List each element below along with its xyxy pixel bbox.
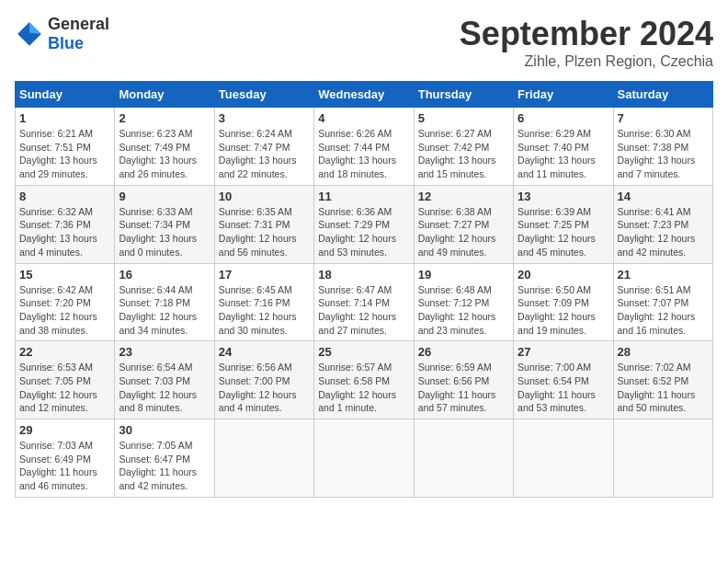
table-cell: 16Sunrise: 6:44 AM Sunset: 7:18 PM Dayli… <box>115 263 214 341</box>
logo-blue: Blue <box>48 34 84 52</box>
day-info: Sunrise: 6:27 AM Sunset: 7:42 PM Dayligh… <box>418 127 509 181</box>
day-number: 23 <box>119 345 210 359</box>
day-number: 25 <box>318 345 409 359</box>
day-info: Sunrise: 6:23 AM Sunset: 7:49 PM Dayligh… <box>119 127 210 181</box>
day-number: 30 <box>119 423 210 437</box>
month-title: September 2024 <box>460 15 713 53</box>
table-cell: 30Sunrise: 7:05 AM Sunset: 6:47 PM Dayli… <box>115 419 214 498</box>
header: General Blue September 2024 Zihle, Plzen… <box>15 15 713 70</box>
table-cell <box>214 419 313 498</box>
day-info: Sunrise: 6:44 AM Sunset: 7:18 PM Dayligh… <box>119 283 210 338</box>
col-sunday: Sunday <box>16 82 115 108</box>
day-number: 19 <box>418 268 509 282</box>
day-info: Sunrise: 6:57 AM Sunset: 6:58 PM Dayligh… <box>318 361 409 415</box>
col-friday: Friday <box>514 82 613 108</box>
day-number: 1 <box>19 111 110 125</box>
day-info: Sunrise: 6:38 AM Sunset: 7:27 PM Dayligh… <box>418 205 509 259</box>
table-cell: 18Sunrise: 6:47 AM Sunset: 7:14 PM Dayli… <box>314 263 414 341</box>
table-cell: 20Sunrise: 6:50 AM Sunset: 7:09 PM Dayli… <box>514 263 613 341</box>
day-number: 17 <box>219 268 310 282</box>
col-wednesday: Wednesday <box>314 82 414 108</box>
day-number: 15 <box>19 268 110 282</box>
table-cell <box>613 419 712 498</box>
day-info: Sunrise: 6:21 AM Sunset: 7:51 PM Dayligh… <box>19 127 110 181</box>
table-cell: 15Sunrise: 6:42 AM Sunset: 7:20 PM Dayli… <box>16 263 115 341</box>
day-info: Sunrise: 6:51 AM Sunset: 7:07 PM Dayligh… <box>618 283 709 338</box>
table-cell: 1Sunrise: 6:21 AM Sunset: 7:51 PM Daylig… <box>16 108 115 186</box>
day-info: Sunrise: 6:35 AM Sunset: 7:31 PM Dayligh… <box>219 205 310 259</box>
day-number: 12 <box>418 190 509 203</box>
logo-general: General <box>48 15 109 33</box>
table-cell: 21Sunrise: 6:51 AM Sunset: 7:07 PM Dayli… <box>613 263 712 341</box>
calendar-header: Sunday Monday Tuesday Wednesday Thursday… <box>16 82 713 108</box>
day-info: Sunrise: 6:32 AM Sunset: 7:36 PM Dayligh… <box>19 205 110 259</box>
day-info: Sunrise: 7:03 AM Sunset: 6:49 PM Dayligh… <box>19 439 110 493</box>
day-info: Sunrise: 6:59 AM Sunset: 6:56 PM Dayligh… <box>418 361 509 415</box>
day-number: 29 <box>19 423 110 437</box>
day-number: 22 <box>19 345 110 359</box>
day-info: Sunrise: 6:53 AM Sunset: 7:05 PM Dayligh… <box>19 361 110 415</box>
day-info: Sunrise: 7:00 AM Sunset: 6:54 PM Dayligh… <box>518 361 609 415</box>
col-monday: Monday <box>115 82 214 108</box>
table-cell: 13Sunrise: 6:39 AM Sunset: 7:25 PM Dayli… <box>514 185 613 263</box>
table-cell <box>314 419 414 498</box>
day-number: 16 <box>119 268 210 282</box>
calendar-table: Sunday Monday Tuesday Wednesday Thursday… <box>15 81 713 498</box>
day-info: Sunrise: 6:45 AM Sunset: 7:16 PM Dayligh… <box>219 283 310 338</box>
day-number: 28 <box>618 345 709 359</box>
day-number: 14 <box>618 190 709 203</box>
table-cell: 5Sunrise: 6:27 AM Sunset: 7:42 PM Daylig… <box>414 108 513 186</box>
table-cell: 11Sunrise: 6:36 AM Sunset: 7:29 PM Dayli… <box>314 185 414 263</box>
table-cell: 27Sunrise: 7:00 AM Sunset: 6:54 PM Dayli… <box>514 341 613 419</box>
logo-icon <box>15 19 44 49</box>
day-number: 21 <box>618 268 709 282</box>
day-number: 9 <box>119 190 210 203</box>
table-cell: 4Sunrise: 6:26 AM Sunset: 7:44 PM Daylig… <box>314 108 414 186</box>
col-saturday: Saturday <box>613 82 712 108</box>
table-cell: 10Sunrise: 6:35 AM Sunset: 7:31 PM Dayli… <box>214 185 313 263</box>
table-cell: 28Sunrise: 7:02 AM Sunset: 6:52 PM Dayli… <box>613 341 712 419</box>
svg-marker-1 <box>29 22 41 34</box>
table-cell: 22Sunrise: 6:53 AM Sunset: 7:05 PM Dayli… <box>16 341 115 419</box>
day-info: Sunrise: 6:36 AM Sunset: 7:29 PM Dayligh… <box>318 205 409 259</box>
day-info: Sunrise: 6:33 AM Sunset: 7:34 PM Dayligh… <box>119 205 210 259</box>
table-cell <box>414 419 513 498</box>
day-number: 8 <box>19 190 110 203</box>
table-cell: 29Sunrise: 7:03 AM Sunset: 6:49 PM Dayli… <box>16 419 115 498</box>
table-cell: 9Sunrise: 6:33 AM Sunset: 7:34 PM Daylig… <box>115 185 214 263</box>
table-cell: 12Sunrise: 6:38 AM Sunset: 7:27 PM Dayli… <box>414 185 513 263</box>
day-number: 20 <box>518 268 609 282</box>
table-cell: 25Sunrise: 6:57 AM Sunset: 6:58 PM Dayli… <box>314 341 414 419</box>
table-cell: 14Sunrise: 6:41 AM Sunset: 7:23 PM Dayli… <box>613 185 712 263</box>
day-number: 2 <box>119 111 210 125</box>
day-info: Sunrise: 6:24 AM Sunset: 7:47 PM Dayligh… <box>219 127 310 181</box>
day-number: 5 <box>418 111 509 125</box>
day-info: Sunrise: 6:47 AM Sunset: 7:14 PM Dayligh… <box>318 283 409 338</box>
day-info: Sunrise: 6:56 AM Sunset: 7:00 PM Dayligh… <box>219 361 310 415</box>
day-number: 11 <box>318 190 409 203</box>
day-number: 10 <box>219 190 310 203</box>
calendar-body: 1Sunrise: 6:21 AM Sunset: 7:51 PM Daylig… <box>16 108 713 498</box>
logo-text: General Blue <box>48 15 109 53</box>
day-number: 13 <box>518 190 609 203</box>
location: Zihle, Plzen Region, Czechia <box>460 53 713 70</box>
day-info: Sunrise: 6:54 AM Sunset: 7:03 PM Dayligh… <box>119 361 210 415</box>
day-number: 27 <box>518 345 609 359</box>
day-number: 26 <box>418 345 509 359</box>
day-info: Sunrise: 6:42 AM Sunset: 7:20 PM Dayligh… <box>19 283 110 338</box>
logo: General Blue <box>15 15 109 53</box>
svg-marker-2 <box>17 22 29 34</box>
table-cell: 2Sunrise: 6:23 AM Sunset: 7:49 PM Daylig… <box>115 108 214 186</box>
day-number: 24 <box>219 345 310 359</box>
day-number: 6 <box>518 111 609 125</box>
table-cell: 19Sunrise: 6:48 AM Sunset: 7:12 PM Dayli… <box>414 263 513 341</box>
day-info: Sunrise: 6:39 AM Sunset: 7:25 PM Dayligh… <box>518 205 609 259</box>
table-cell: 24Sunrise: 6:56 AM Sunset: 7:00 PM Dayli… <box>214 341 313 419</box>
day-info: Sunrise: 6:29 AM Sunset: 7:40 PM Dayligh… <box>518 127 609 181</box>
table-cell: 17Sunrise: 6:45 AM Sunset: 7:16 PM Dayli… <box>214 263 313 341</box>
day-info: Sunrise: 6:30 AM Sunset: 7:38 PM Dayligh… <box>618 127 709 181</box>
day-info: Sunrise: 7:02 AM Sunset: 6:52 PM Dayligh… <box>618 361 709 415</box>
table-cell: 23Sunrise: 6:54 AM Sunset: 7:03 PM Dayli… <box>115 341 214 419</box>
day-info: Sunrise: 6:50 AM Sunset: 7:09 PM Dayligh… <box>518 283 609 338</box>
col-tuesday: Tuesday <box>214 82 313 108</box>
